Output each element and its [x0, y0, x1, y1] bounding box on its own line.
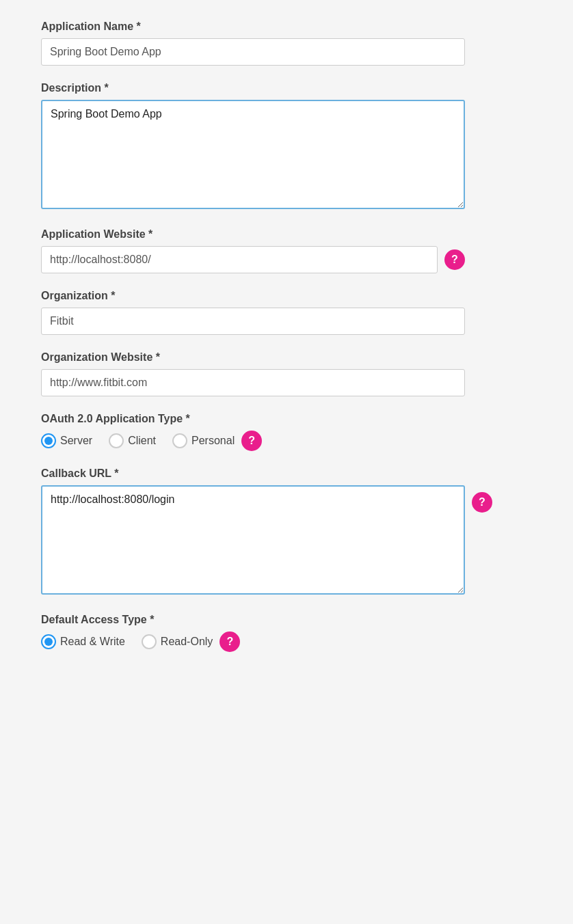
oauth-radio-group: Server Client Personal: [41, 433, 235, 448]
default-access-group: Default Access Type * Read & Write Read-…: [41, 614, 532, 652]
callback-textarea-wrapper: http://localhost:8080/login: [41, 485, 465, 597]
organization-website-group: Organization Website *: [41, 351, 532, 396]
application-website-group: Application Website * ?: [41, 228, 532, 273]
callback-url-group: Callback URL * http://localhost:8080/log…: [41, 467, 532, 597]
oauth-server-label: Server: [60, 435, 92, 447]
application-name-label: Application Name *: [41, 21, 532, 33]
organization-website-input[interactable]: [41, 369, 465, 396]
access-readwrite-option[interactable]: Read & Write: [41, 634, 125, 649]
oauth-server-option[interactable]: Server: [41, 433, 92, 448]
default-access-label: Default Access Type *: [41, 614, 532, 626]
oauth-type-label: OAuth 2.0 Application Type *: [41, 413, 532, 425]
oauth-client-radio[interactable]: [109, 433, 124, 448]
access-radio-group: Read & Write Read-Only: [41, 634, 213, 649]
access-readwrite-label: Read & Write: [60, 636, 125, 648]
oauth-server-radio[interactable]: [41, 433, 56, 448]
application-website-row: ?: [41, 246, 532, 273]
description-textarea[interactable]: Spring Boot Demo App: [41, 100, 465, 209]
callback-url-textarea[interactable]: http://localhost:8080/login: [41, 485, 465, 595]
access-readonly-radio[interactable]: [142, 634, 157, 649]
application-name-input[interactable]: [41, 38, 465, 66]
access-readonly-label: Read-Only: [161, 636, 213, 648]
callback-url-help-icon[interactable]: ?: [472, 492, 492, 513]
oauth-personal-radio[interactable]: [172, 433, 187, 448]
access-readonly-option[interactable]: Read-Only: [142, 634, 213, 649]
organization-group: Organization *: [41, 290, 532, 335]
description-label: Description *: [41, 82, 532, 94]
default-access-row: Read & Write Read-Only ?: [41, 631, 532, 652]
organization-website-label: Organization Website *: [41, 351, 532, 364]
oauth-type-row: Server Client Personal ?: [41, 431, 532, 451]
description-group: Description * Spring Boot Demo App: [41, 82, 532, 212]
default-access-help-icon[interactable]: ?: [219, 631, 240, 652]
callback-url-label: Callback URL *: [41, 467, 532, 480]
application-website-help-icon[interactable]: ?: [444, 249, 465, 270]
application-website-input[interactable]: [41, 246, 438, 273]
oauth-type-group: OAuth 2.0 Application Type * Server Clie…: [41, 413, 532, 451]
form-container: Application Name * Description * Spring …: [0, 0, 573, 696]
application-name-group: Application Name *: [41, 21, 532, 66]
organization-input[interactable]: [41, 308, 465, 335]
oauth-client-label: Client: [128, 435, 156, 447]
application-website-label: Application Website *: [41, 228, 532, 241]
organization-label: Organization *: [41, 290, 532, 302]
oauth-type-help-icon[interactable]: ?: [241, 431, 262, 451]
oauth-personal-label: Personal: [191, 435, 235, 447]
callback-url-row: http://localhost:8080/login ?: [41, 485, 532, 597]
access-readwrite-radio[interactable]: [41, 634, 56, 649]
oauth-personal-option[interactable]: Personal: [172, 433, 235, 448]
oauth-client-option[interactable]: Client: [109, 433, 156, 448]
